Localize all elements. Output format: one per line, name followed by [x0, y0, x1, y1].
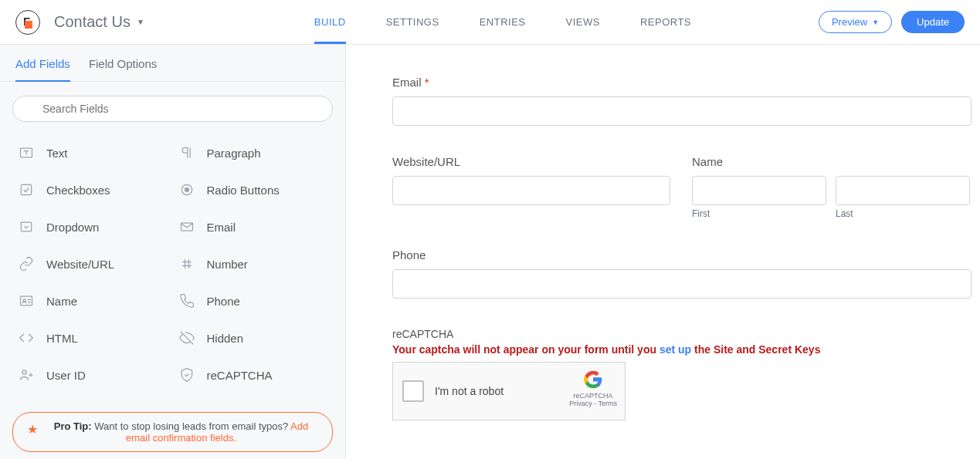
field-row-website[interactable]: Website/URL [392, 155, 670, 219]
checkbox-icon [17, 181, 36, 199]
field-hidden[interactable]: Hidden [173, 319, 334, 356]
name-label: Name [692, 155, 970, 168]
svg-point-5 [185, 188, 188, 192]
user-icon [17, 366, 36, 384]
website-input[interactable] [392, 176, 670, 205]
recaptcha-badge: reCAPTCHA Privacy - Terms [569, 369, 617, 407]
html-icon [17, 329, 36, 347]
shield-icon [178, 366, 196, 384]
tab-field-options[interactable]: Field Options [89, 57, 157, 81]
field-dropdown[interactable]: Dropdown [12, 208, 173, 245]
field-row-recaptcha[interactable]: reCAPTCHA Your captcha will not appear o… [392, 328, 972, 420]
first-name-sublabel: First [692, 208, 826, 219]
field-row-phone[interactable]: Phone [392, 248, 972, 299]
star-icon: ★ [27, 422, 38, 437]
svg-line-14 [180, 332, 193, 345]
preview-button[interactable]: Preview ▼ [819, 11, 892, 33]
logo-icon: F [15, 10, 40, 35]
svg-rect-12 [21, 296, 32, 305]
phone-input[interactable] [392, 269, 972, 299]
setup-link[interactable]: set up [660, 343, 691, 356]
svg-rect-6 [21, 222, 31, 231]
recaptcha-label: reCAPTCHA [392, 328, 972, 340]
pro-tip-banner: ★ Pro Tip: Want to stop losing leads fro… [12, 412, 333, 452]
radio-icon [178, 181, 196, 199]
field-website[interactable]: Website/URL [12, 245, 173, 282]
field-paragraph[interactable]: Paragraph [173, 134, 334, 171]
field-phone[interactable]: Phone [173, 282, 334, 319]
field-checkboxes[interactable]: Checkboxes [12, 171, 173, 208]
last-name-input[interactable] [836, 176, 970, 205]
caret-down-icon: ▼ [872, 19, 879, 26]
email-input[interactable] [392, 96, 972, 126]
field-number[interactable]: Number [173, 245, 334, 282]
field-radio[interactable]: Radio Buttons [173, 171, 334, 208]
phone-label: Phone [392, 248, 972, 262]
field-recaptcha[interactable]: reCAPTCHA [173, 356, 334, 393]
top-nav: BUILD SETTINGS ENTRIES VIEWS REPORTS [314, 1, 691, 43]
email-label: Email * [392, 76, 972, 89]
field-name[interactable]: Name [12, 282, 173, 319]
field-row-name[interactable]: Name First Last [692, 155, 970, 219]
nav-settings[interactable]: SETTINGS [386, 1, 439, 43]
update-button[interactable]: Update [901, 11, 965, 33]
sidebar: Add Fields Field Options Text Paragraph … [0, 45, 346, 459]
phone-icon [178, 292, 196, 310]
recaptcha-logo-icon [581, 369, 605, 390]
svg-rect-7 [181, 223, 192, 231]
svg-point-15 [22, 370, 26, 374]
nav-views[interactable]: VIEWS [566, 1, 600, 43]
sidebar-tabs: Add Fields Field Options [0, 45, 345, 82]
field-email[interactable]: Email [173, 208, 334, 245]
field-row-email[interactable]: Email * [392, 76, 972, 126]
header-actions: Preview ▼ Update [819, 11, 965, 33]
search-input[interactable] [12, 96, 333, 122]
form-canvas: Email * Website/URL Name First Last [346, 45, 980, 459]
field-text[interactable]: Text [12, 134, 173, 171]
link-icon [17, 255, 36, 273]
mail-icon [178, 218, 196, 236]
fields-palette: Text Paragraph Checkboxes Radio Buttons … [0, 128, 345, 400]
first-name-input[interactable] [692, 176, 826, 205]
recaptcha-warning: Your captcha will not appear on your for… [392, 343, 972, 356]
dropdown-icon [17, 218, 36, 236]
form-title: Contact Us [54, 13, 131, 31]
hash-icon [178, 255, 196, 273]
form-title-dropdown[interactable]: Contact Us ▼ [54, 13, 144, 31]
text-icon [17, 143, 36, 162]
last-name-sublabel: Last [836, 208, 970, 219]
field-userid[interactable]: User ID [12, 356, 173, 393]
app-header: F Contact Us ▼ BUILD SETTINGS ENTRIES VI… [0, 0, 980, 45]
nav-build[interactable]: BUILD [314, 1, 346, 43]
field-html[interactable]: HTML [12, 319, 173, 356]
nav-entries[interactable]: ENTRIES [480, 1, 526, 43]
paragraph-icon [178, 143, 196, 162]
svg-point-13 [23, 299, 25, 302]
caret-down-icon: ▼ [137, 18, 144, 26]
hidden-icon [178, 329, 196, 347]
website-label: Website/URL [392, 155, 670, 168]
svg-rect-3 [21, 184, 31, 194]
tab-add-fields[interactable]: Add Fields [15, 57, 70, 81]
recaptcha-widget[interactable]: I'm not a robot reCAPTCHA Privacy - Term… [392, 362, 626, 420]
recaptcha-checkbox[interactable] [402, 380, 424, 402]
name-icon [17, 292, 36, 310]
nav-reports[interactable]: REPORTS [640, 1, 691, 43]
